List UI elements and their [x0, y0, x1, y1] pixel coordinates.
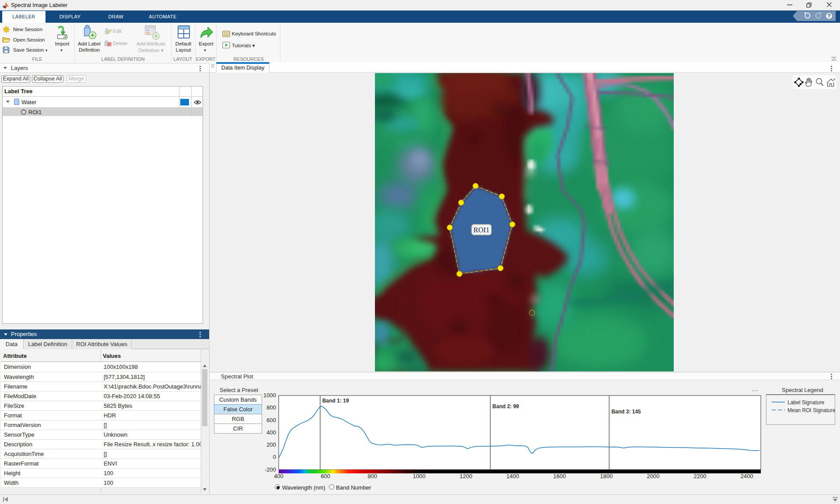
- svg-text:400: 400: [266, 429, 276, 436]
- svg-text:2400: 2400: [741, 473, 753, 480]
- svg-text:600: 600: [321, 473, 330, 480]
- svg-text:2000: 2000: [647, 473, 660, 480]
- svg-text:Band 2: 99: Band 2: 99: [493, 403, 519, 410]
- svg-text:600: 600: [266, 417, 276, 424]
- svg-text:1000: 1000: [413, 473, 426, 480]
- svg-text:?: ?: [827, 13, 830, 19]
- svg-text:800: 800: [266, 404, 276, 411]
- svg-text:400: 400: [274, 473, 284, 480]
- svg-text:1800: 1800: [600, 473, 613, 480]
- svg-text:1400: 1400: [507, 473, 519, 480]
- svg-text:Band 1: 19: Band 1: 19: [322, 398, 349, 404]
- svg-text:Band 3: 145: Band 3: 145: [611, 409, 641, 415]
- svg-text:2200: 2200: [694, 473, 707, 480]
- svg-text:0: 0: [273, 454, 276, 460]
- svg-text:200: 200: [266, 441, 276, 448]
- svg-text:-200: -200: [265, 466, 276, 473]
- svg-text:1600: 1600: [553, 473, 566, 480]
- svg-text:800: 800: [368, 473, 377, 480]
- svg-text:ROI1: ROI1: [473, 226, 490, 234]
- svg-text:1200: 1200: [460, 473, 472, 480]
- svg-text:1000: 1000: [263, 392, 276, 399]
